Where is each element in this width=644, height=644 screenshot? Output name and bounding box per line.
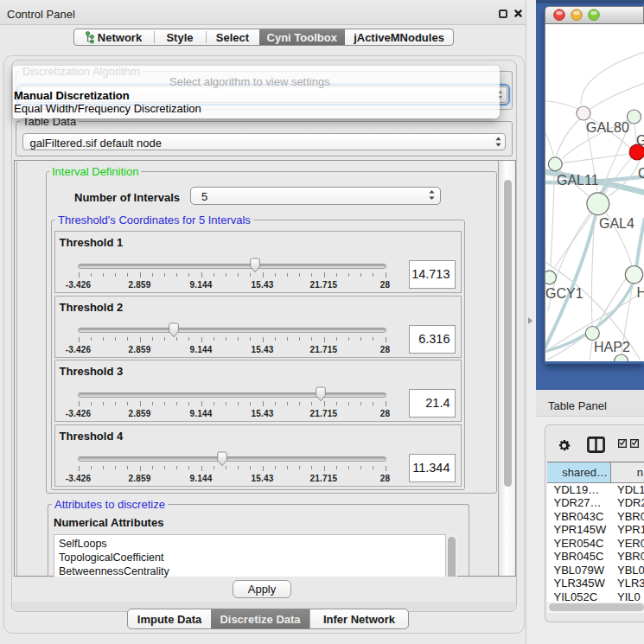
svg-text:GAL80: GAL80 bbox=[586, 120, 629, 135]
svg-text:GAL11: GAL11 bbox=[557, 173, 599, 188]
svg-text:H: H bbox=[636, 285, 644, 300]
svg-text:GAL4: GAL4 bbox=[599, 216, 634, 231]
svg-text:G.: G. bbox=[636, 133, 644, 148]
svg-text:GCY1: GCY1 bbox=[545, 286, 583, 301]
svg-text:C: C bbox=[638, 166, 644, 181]
svg-text:HAP2: HAP2 bbox=[594, 340, 630, 354]
